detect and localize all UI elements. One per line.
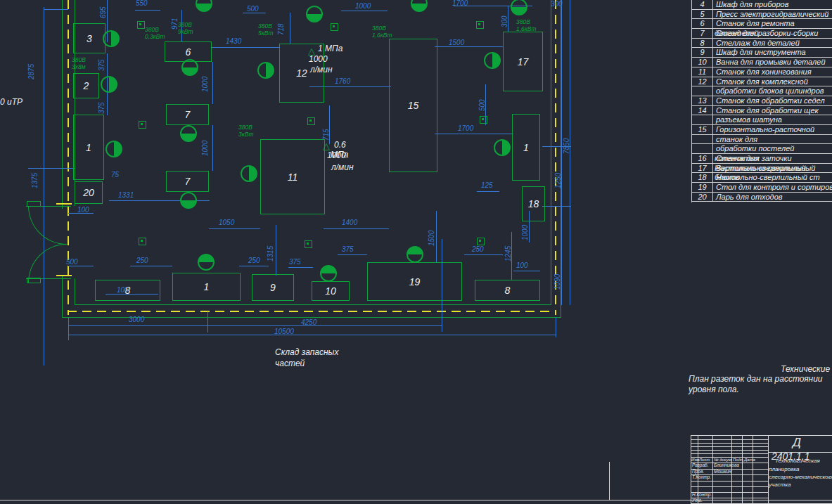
table-row-text: Станок для ремонта	[713, 19, 832, 28]
equipment-number: 18	[528, 199, 539, 209]
dimension-line	[243, 13, 266, 13]
table-row-text: Стол для контроля и сортировки	[713, 183, 832, 192]
titleblock-name-cell: Н.Контр.	[692, 493, 712, 498]
table-row: 13Станок для обработки седел	[692, 96, 832, 106]
equipment-outline: 11	[260, 139, 325, 214]
titleblock-header-cell: Дата	[744, 458, 755, 462]
table-row-overlay-text: коленчатых	[715, 154, 760, 162]
table-row-number: 19	[692, 183, 713, 192]
table-row: 11Станок для хонингования	[692, 67, 832, 77]
wall-line	[62, 0, 63, 209]
equipment-outline: 7	[166, 104, 209, 125]
dimension-line	[68, 335, 556, 335]
socket-circle-icon	[407, 246, 423, 263]
table-row-overlay-text: блоков	[715, 173, 739, 181]
dimension-line	[436, 211, 437, 262]
equipment-number: 7	[185, 110, 191, 119]
frame-line	[731, 435, 732, 503]
table-row-text: Станок для заточкиколенчатых	[713, 154, 832, 163]
dimension-text: 7850	[563, 138, 570, 154]
dimension-text: 1500	[428, 231, 435, 246]
dimension-line	[44, 9, 68, 10]
door-jamb	[27, 278, 41, 283]
table-row-text: Станок для комплексной	[713, 77, 832, 86]
wall-centerline	[56, 203, 72, 205]
table-row-overlay-text: двигателей	[715, 29, 759, 37]
dimension-text: 2875	[28, 64, 35, 79]
frame-line	[0, 500, 832, 500]
table-row: 5Пресс электрогидравлический	[692, 10, 832, 20]
table-row: 9Шкаф для инструмента	[692, 48, 832, 58]
table-row-text: станок для	[713, 135, 832, 144]
dimension-text: 375	[98, 59, 105, 71]
equipment-outline: 9	[252, 274, 294, 301]
dimension-line	[556, 318, 556, 337]
frame-line	[768, 452, 832, 453]
frame-line	[742, 435, 743, 503]
dimension-line	[212, 47, 279, 48]
equipment-number: 6	[186, 47, 191, 57]
socket-circle-icon	[180, 192, 197, 209]
pneumatic-annotation: л/мин	[310, 65, 333, 74]
table-row-text: обработки блоков цилиндров	[713, 86, 832, 96]
equipment-outline: 7	[166, 171, 209, 192]
table-row-text: Горизонтально-расточной	[713, 125, 832, 134]
table-row-text: Станок для обработки седел	[713, 96, 832, 105]
dimension-text: 500	[66, 259, 78, 266]
dimension-text: 125	[481, 182, 493, 189]
power-annotation: 380В0,3кВт	[145, 26, 165, 40]
dimension-text: 100	[516, 262, 528, 269]
table-row-overlay-text: Настольно-сверлильный	[715, 164, 806, 172]
table-row-text: Шкаф для инструмента	[713, 48, 832, 57]
equipment-outline: 20	[75, 181, 103, 204]
equipment-number: 1	[204, 282, 210, 292]
table-row-number: 16	[692, 154, 713, 163]
dimension-text: 1760	[335, 78, 350, 85]
table-row-number	[692, 115, 713, 124]
left-room-label: 0 иТР	[0, 98, 23, 107]
table-row-number: 6	[692, 19, 713, 28]
dimension-text: 718	[278, 23, 285, 35]
dimension-text: 695	[100, 6, 107, 18]
dimension-text: 250	[136, 257, 148, 264]
equipment-number: 9	[270, 283, 276, 292]
dimension-line	[341, 11, 388, 11]
format-letter: Д	[793, 437, 801, 448]
equipment-number: 12	[296, 68, 307, 78]
pneumatic-annotation: 0.6	[334, 141, 346, 149]
dimension-text: 1500	[449, 39, 464, 46]
dimension-text: 715	[323, 129, 330, 141]
socket-circle-icon	[105, 141, 122, 157]
table-row-number: 12	[692, 77, 713, 86]
titleblock-header-cell: Подп.	[733, 458, 744, 462]
dimension-line	[68, 266, 94, 266]
equipment-number: 7	[185, 176, 191, 186]
equipment-outline: 10	[312, 281, 350, 301]
titleblock-header-cell: Лист	[699, 458, 710, 462]
storage-label-line1: Склад запасных	[275, 348, 338, 357]
dimension-line	[209, 228, 260, 229]
socket-square-icon	[139, 121, 146, 129]
table-row-number	[692, 135, 713, 144]
table-row: 16Станок для заточкиколенчатых	[692, 154, 832, 164]
equipment-outline: 8	[475, 280, 540, 301]
table-row-number: 11	[692, 67, 713, 77]
tech-requirements-heading: Технические	[781, 365, 830, 374]
table-row: 14Станок для обработки щек	[692, 106, 832, 116]
dimension-line	[68, 318, 69, 340]
table-row-text: разъемов шатуна	[713, 115, 832, 124]
dimension-line	[207, 311, 208, 332]
dimension-line	[435, 134, 513, 134]
dimension-line	[239, 266, 269, 266]
dimension-text: 1000	[355, 3, 371, 10]
equipment-outline: 18	[522, 186, 545, 221]
table-row-text: Станок для обработки щек	[713, 106, 832, 115]
table-row-number: 5	[692, 10, 713, 19]
socket-square-icon	[331, 23, 338, 31]
tech-requirements-line2: уровня пола.	[689, 385, 739, 394]
dimension-text: 1245	[505, 246, 512, 261]
drawing-title-line: слесарно-механического	[769, 474, 832, 480]
dimension-line	[212, 62, 213, 104]
equipment-number: 20	[83, 188, 94, 198]
storage-label-line2: частей	[275, 359, 305, 368]
